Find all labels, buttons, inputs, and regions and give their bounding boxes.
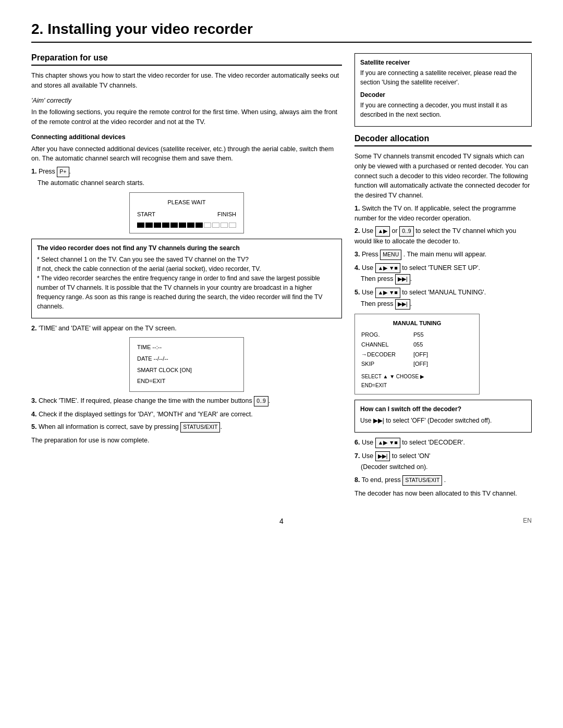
time-date-screen: TIME --:-- DATE --/--/-- SMART CLOCK [ON… <box>129 337 244 391</box>
step4-text: Check if the displayed settings for 'DAY… <box>39 411 253 418</box>
progress-seg-9 <box>204 223 211 228</box>
decoder-step1-label: 1. <box>354 205 360 212</box>
decoder-step4-sub-text: Then press <box>361 275 394 282</box>
no-channels-text: * Select channel 1 on the TV. Can you se… <box>37 255 336 311</box>
mt-row-decoder: →DECODER [OFF] <box>361 350 473 360</box>
satellite-heading: Satellite receiver <box>360 58 526 67</box>
progress-seg-8 <box>195 223 203 228</box>
progress-seg-1 <box>137 223 144 228</box>
decoder-step3: 3. Press MENU . The main menu will appea… <box>354 250 532 260</box>
progress-seg-4 <box>162 223 169 228</box>
decoder-step5-label: 5. <box>354 289 360 296</box>
arrow-btn1: ▲▶ <box>375 226 390 237</box>
decoder-step5-sub-text: Then press <box>361 300 394 307</box>
aim-heading: 'Aim' correctly <box>31 96 342 106</box>
no-channels-heading: The video recorder does not find any TV … <box>37 243 336 253</box>
step2-label: 2. <box>31 325 36 332</box>
manual-tuning-screen: MANUAL TUNING PROG. P55 CHANNEL 055 →DEC… <box>354 314 480 394</box>
mt-val-skip: [OFF] <box>413 359 428 369</box>
step4: 4. Check if the displayed settings for '… <box>31 410 342 419</box>
mt-row-skip: SKIP [OFF] <box>361 359 473 369</box>
preparation-complete: The preparation for use is now complete. <box>31 436 342 446</box>
step3: 3. Check 'TIME'. If required, please cha… <box>31 396 342 406</box>
decoder-step2: 2. Use ▲▶ or 0..9 to select the TV chann… <box>354 226 532 246</box>
progress-seg-10 <box>212 223 219 228</box>
decoder-step6-end: to select 'DECODER'. <box>402 439 465 446</box>
status-exit-button: STATUS/EXIT <box>180 422 220 433</box>
mt-label-prog: PROG. <box>361 330 403 340</box>
satellite-text: If you are connecting a satellite receiv… <box>360 68 526 87</box>
step2-text: 'TIME' and 'DATE' will appear on the TV … <box>39 325 177 332</box>
screen1-line1: PLEASE WAIT <box>137 198 236 207</box>
decoder-step3-text: Press <box>362 251 378 258</box>
progress-seg-5 <box>170 223 178 228</box>
arrow-select-btn: ▲▶ ▼■ <box>375 263 400 274</box>
decoder-section-title: Decoder allocation <box>354 134 532 146</box>
ff-button-4: ▶▶| <box>395 274 410 285</box>
progress-seg-2 <box>145 223 153 228</box>
ff-button-7: ▶▶| <box>375 451 390 462</box>
decoder-step5-sub: Then press ▶▶|. <box>361 299 532 310</box>
mt-label-skip: SKIP <box>361 359 403 369</box>
screen2-smart-clock: SMART CLOCK [ON] <box>137 366 236 375</box>
decoder-note-heading: Decoder <box>360 90 526 100</box>
p-plus-button: P+ <box>57 167 69 177</box>
decoder-step2-mid: or <box>392 227 398 235</box>
decoder-step7-label: 7. <box>354 452 360 460</box>
decoder-step7-sub: (Decoder switched on). <box>361 462 532 472</box>
right-column: Satellite receiver If you are connecting… <box>354 53 532 501</box>
how-off-text: Use ▶▶| to select 'OFF' (Decoder switche… <box>360 416 526 425</box>
left-column: Preparation for use This chapter shows y… <box>31 53 342 501</box>
decoder-step2-text: Use <box>362 227 373 235</box>
screen1-start: START <box>137 210 155 219</box>
how-off-heading: How can I switch off the decoder? <box>360 404 526 414</box>
step2: 2. 'TIME' and 'DATE' will appear on the … <box>31 324 342 334</box>
satellite-decoder-note: Satellite receiver If you are connecting… <box>354 53 532 127</box>
step1-text: Press <box>39 168 55 175</box>
decoder-step4-label: 4. <box>354 264 360 272</box>
decoder-conclusion: The decoder has now been allocated to th… <box>354 489 532 499</box>
mt-val-channel: 055 <box>413 340 423 350</box>
progress-seg-12 <box>229 223 236 228</box>
decoder-step4-text: Use <box>362 264 373 272</box>
screen2-date: DATE --/--/-- <box>137 354 236 364</box>
decoder-step7-end: to select 'ON' <box>392 452 431 460</box>
decoder-step8-text: To end, press <box>362 476 401 484</box>
decoder-step4: 4. Use ▲▶ ▼■ to select 'TUNER SET UP'. <box>354 263 532 274</box>
mt-label-channel: CHANNEL <box>361 340 403 350</box>
number-buttons: 0..9 <box>254 396 268 406</box>
decoder-step2-label: 2. <box>354 227 360 235</box>
preparation-intro: This chapter shows you how to start the … <box>31 71 342 91</box>
arrow-select-btn2: ▲▶ ▼■ <box>375 288 400 298</box>
decoder-step1: 1. Switch the TV on. If applicable, sele… <box>354 204 532 224</box>
step1-label: 1. <box>31 168 36 175</box>
how-off-note: How can I switch off the decoder? Use ▶▶… <box>354 400 532 433</box>
decoder-step5: 5. Use ▲▶ ▼■ to select 'MANUAL TUNING'. <box>354 288 532 298</box>
decoder-step1-text: Switch the TV on. If applicable, select … <box>354 205 516 222</box>
decoder-step7: 7. Use ▶▶| to select 'ON' <box>354 451 532 462</box>
decoder-step4-end: to select 'TUNER SET UP'. <box>402 264 480 272</box>
decoder-step8-end: . <box>444 476 446 484</box>
step5: 5. When all information is correct, save… <box>31 422 342 433</box>
mt-row-prog: PROG. P55 <box>361 330 473 340</box>
screen2-end: END=EXIT <box>137 377 236 386</box>
decoder-intro: Some TV channels transmit encoded TV sig… <box>354 152 532 201</box>
page-footer: 4 EN <box>31 517 532 525</box>
menu-button: MENU <box>380 250 401 260</box>
step5-label: 5. <box>31 423 36 430</box>
step4-label: 4. <box>31 411 36 418</box>
page-number: 4 <box>279 517 284 525</box>
decoder-step3-end: . The main menu will appear. <box>403 251 487 258</box>
decoder-step8: 8. To end, press STATUS/EXIT . <box>354 475 532 486</box>
decoder-step8-label: 8. <box>354 476 360 484</box>
decoder-step6-text: Use <box>362 439 373 446</box>
step1: 1. Press P+. <box>31 167 342 177</box>
no-channels-note: The video recorder does not find any TV … <box>31 239 342 318</box>
mt-label-decoder: →DECODER <box>361 350 403 360</box>
screen1-finish: FINISH <box>217 210 236 219</box>
status-exit-button-2: STATUS/EXIT <box>402 475 442 486</box>
progress-bar <box>137 223 236 228</box>
preparation-section-title: Preparation for use <box>31 53 342 66</box>
mt-val-prog: P55 <box>413 330 424 340</box>
arrow-select-btn3: ▲▶ ▼■ <box>375 438 400 448</box>
